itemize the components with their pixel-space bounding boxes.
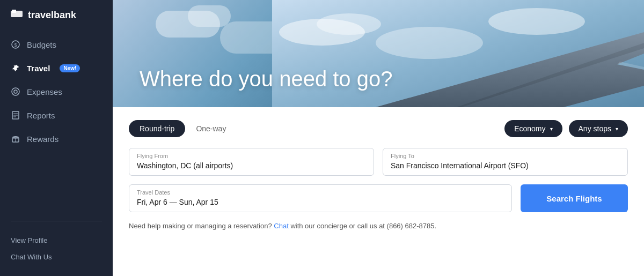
rewards-icon [11, 134, 20, 144]
sidebar-footer: View Profile Chat With Us [0, 227, 113, 276]
sidebar-item-budgets[interactable]: $ Budgets [0, 33, 113, 56]
svg-point-5 [14, 90, 17, 93]
sidebar-divider [11, 221, 102, 221]
stops-chevron-icon: ▾ [616, 126, 618, 132]
svg-text:$: $ [14, 42, 17, 48]
cloud-2 [188, 5, 231, 27]
travel-dates-value: Fri, Apr 6 — Sun, Apr 15 [137, 198, 504, 206]
search-card: Round-trip One-way Economy ▾ Any stops ▾… [113, 107, 644, 276]
trip-type-selector: Round-trip One-way [129, 120, 228, 137]
cabin-chevron-icon: ▾ [550, 126, 553, 132]
reports-label: Reports [27, 111, 55, 120]
help-text: Need help making or managing a reservati… [129, 222, 628, 230]
flying-to-label: Flying To [391, 153, 620, 159]
airport-fields-row: Flying From Washington, DC (all airports… [129, 148, 628, 176]
hero-section: Where do you need to go? [113, 0, 644, 107]
cabin-class-label: Economy [514, 124, 545, 133]
flying-to-value: San Francisco International Airport (SFO… [391, 161, 620, 170]
help-text-before: Need help making or managing a reservati… [129, 222, 272, 230]
date-search-row: Travel Dates Fri, Apr 6 — Sun, Apr 15 Se… [129, 184, 628, 212]
flying-from-label: Flying From [137, 153, 366, 159]
svg-point-15 [317, 13, 381, 35]
travel-badge: New! [60, 64, 80, 72]
svg-point-17 [488, 8, 585, 35]
travel-dates-label: Travel Dates [137, 189, 504, 196]
main-content: Where do you need to go? Round-trip One-… [113, 0, 644, 276]
rewards-label: Rewards [27, 135, 58, 144]
plane-wing-illustration [272, 0, 644, 107]
sidebar: travelbank $ Budgets Travel New! [0, 0, 113, 276]
logo-icon [11, 10, 23, 21]
reports-icon [11, 110, 20, 120]
svg-rect-1 [12, 10, 16, 13]
logo-text: travelbank [28, 10, 76, 21]
logo[interactable]: travelbank [0, 0, 113, 31]
budgets-icon: $ [11, 40, 20, 49]
travel-icon [11, 63, 20, 73]
svg-point-4 [12, 88, 19, 95]
stops-select[interactable]: Any stops ▾ [569, 120, 628, 137]
budgets-label: Budgets [27, 40, 56, 49]
roundtrip-button[interactable]: Round-trip [129, 120, 185, 137]
sidebar-nav: $ Budgets Travel New! Expenses [0, 31, 113, 215]
chat-concierge-link[interactable]: Chat [274, 222, 288, 230]
travel-dates-field[interactable]: Travel Dates Fri, Apr 6 — Sun, Apr 15 [129, 184, 512, 212]
sidebar-item-reports[interactable]: Reports [0, 103, 113, 127]
search-flights-button[interactable]: Search Flights [521, 184, 628, 212]
sidebar-item-rewards[interactable]: Rewards [0, 127, 113, 151]
trip-type-row: Round-trip One-way Economy ▾ Any stops ▾ [129, 120, 628, 137]
filter-selectors: Economy ▾ Any stops ▾ [504, 120, 628, 137]
flying-from-field[interactable]: Flying From Washington, DC (all airports… [129, 148, 374, 176]
view-profile-link[interactable]: View Profile [0, 232, 113, 249]
flying-from-value: Washington, DC (all airports) [137, 161, 366, 170]
svg-point-16 [376, 27, 483, 59]
sidebar-item-expenses[interactable]: Expenses [0, 80, 113, 103]
flying-to-field[interactable]: Flying To San Francisco International Ai… [383, 148, 628, 176]
chat-link[interactable]: Chat With Us [0, 249, 113, 265]
sidebar-item-travel[interactable]: Travel New! [0, 56, 113, 80]
expenses-label: Expenses [27, 87, 62, 96]
stops-label: Any stops [579, 124, 611, 133]
oneway-button[interactable]: One-way [194, 120, 228, 137]
travel-label: Travel [27, 64, 50, 73]
hero-title: Where do you need to go? [140, 67, 392, 91]
expenses-icon [11, 87, 20, 96]
cabin-class-select[interactable]: Economy ▾ [504, 120, 562, 137]
help-text-after: with our concierge or call us at (866) 6… [290, 222, 436, 230]
